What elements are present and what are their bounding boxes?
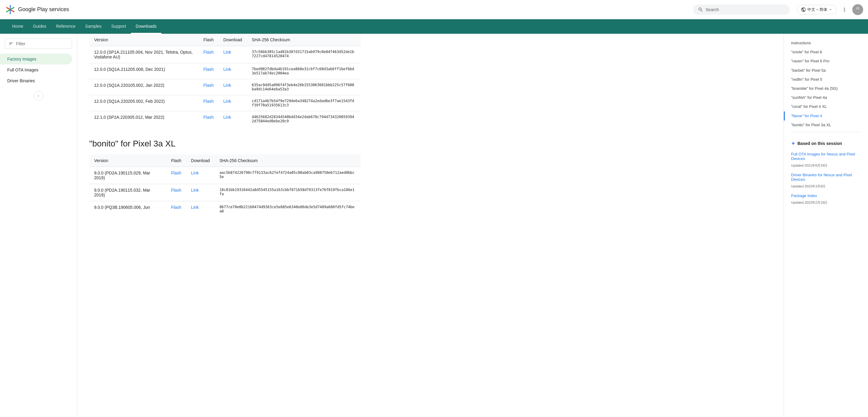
toc-item[interactable]: "bonito" for Pixel 3a XL bbox=[784, 120, 868, 130]
col-flash: Flash bbox=[198, 34, 218, 46]
download-cell[interactable]: Link bbox=[186, 167, 214, 184]
table-row: 9.0.0 (PQ3B.190605.006, Jun Flash Link 8… bbox=[89, 201, 361, 217]
flash-cell[interactable]: Flash bbox=[198, 111, 218, 127]
toc-item[interactable]: "raven" for Pixel 6 Pro bbox=[784, 57, 868, 66]
toc-divider bbox=[791, 132, 861, 132]
sparkle-icon: ✦ bbox=[791, 141, 795, 146]
filter-icon bbox=[9, 41, 13, 46]
flash-cell[interactable]: Flash bbox=[166, 184, 186, 201]
filter-placeholder: Filter bbox=[16, 41, 25, 46]
top-header: Google Play services Search 中文 – 简体 bbox=[0, 0, 868, 19]
nav-reference[interactable]: Reference bbox=[51, 19, 81, 34]
nav-guides[interactable]: Guides bbox=[28, 19, 51, 34]
toc-item[interactable]: "flame" for Pixel 4 bbox=[784, 111, 868, 120]
checksum-cell: 635ac9dd5a096f4f3eb4e26b1553063681bbb225… bbox=[247, 79, 361, 95]
toc-item[interactable]: "barbet" for Pixel 5a bbox=[784, 66, 868, 75]
based-on-section: ✦ Based on this session Full OTA Images … bbox=[784, 137, 868, 211]
flash-cell[interactable]: Flash bbox=[198, 63, 218, 79]
toc-item[interactable]: "redfin" for Pixel 5 bbox=[784, 75, 868, 84]
version-cell: 9.0.0 (PQ3B.190605.006, Jun bbox=[89, 201, 166, 217]
table-row: 9.0.0 (PD2A.190115.029, Mar 2019) Flash … bbox=[89, 167, 361, 184]
nav-downloads[interactable]: Downloads bbox=[131, 19, 161, 34]
header-right: 中文 – 简体 bbox=[797, 4, 863, 15]
download-cell[interactable]: Link bbox=[218, 95, 247, 111]
checksum-cell: 8677ce70e0b22160474d9363ce5e885e6340e86d… bbox=[215, 201, 361, 217]
language-selector[interactable]: 中文 – 简体 bbox=[797, 5, 837, 14]
checksum-cell: 37c56bb385c1ad81b307d31715ab979c0e84f463… bbox=[247, 46, 361, 63]
table-row: 12.0.0 (SQ1A.220105.002, Jan 2022) Flash… bbox=[89, 79, 361, 95]
logo-area: Google Play services bbox=[5, 4, 69, 15]
avatar[interactable] bbox=[852, 4, 863, 15]
toc-item[interactable]: "coral" for Pixel 4 XL bbox=[784, 102, 868, 111]
version-cell: 9.0.0 (PD2A.190115.029, Mar 2019) bbox=[89, 167, 166, 184]
based-on-link[interactable]: Full OTA Images for Nexus and Pixel Devi… bbox=[791, 150, 861, 163]
checksum-cell: 44625682d28344540bdd34e2dab678c794d73432… bbox=[247, 111, 361, 127]
table-row: 12.0.0 (SQ1A.220205.002, Feb 2022) Flash… bbox=[89, 95, 361, 111]
nav-bar: Home Guides Reference Samples Support Do… bbox=[0, 19, 868, 34]
based-on-title: ✦ Based on this session bbox=[791, 141, 861, 146]
version-cell: 12.0.0 (SQ1A.220205.002, Feb 2022) bbox=[89, 95, 198, 111]
logo-text: Google Play services bbox=[18, 6, 69, 13]
version-cell: 12.0.0 (SP1A.211105.004, Nov 2021, Telst… bbox=[89, 46, 198, 63]
search-icon bbox=[698, 7, 703, 12]
table-row: 12.0.0 (SQ1A.211205.008, Dec 2021) Flash… bbox=[89, 63, 361, 79]
left-sidebar: Filter Factory Images Full OTA Images Dr… bbox=[0, 34, 77, 417]
bonito-table: Version Flash Download SHA-256 Checksum … bbox=[89, 154, 361, 217]
flash-cell[interactable]: Flash bbox=[198, 95, 218, 111]
version-cell: 12.0.0 (SQ1A.211205.008, Dec 2021) bbox=[89, 63, 198, 79]
nav-support[interactable]: Support bbox=[106, 19, 131, 34]
globe-icon bbox=[801, 7, 806, 12]
sidebar-item-factory-images[interactable]: Factory Images bbox=[0, 54, 72, 65]
flash-cell[interactable]: Flash bbox=[166, 201, 186, 217]
right-sidebar: instructions"oriole" for Pixel 6"raven" … bbox=[783, 34, 868, 417]
checksum-cell: 18c01bb19316442a8d5545155a163cbbf871b58d… bbox=[215, 184, 361, 201]
download-cell[interactable]: Link bbox=[186, 184, 214, 201]
download-cell[interactable]: Link bbox=[218, 111, 247, 127]
flash-cell[interactable]: Flash bbox=[166, 167, 186, 184]
checksum-cell: aac5b874226790cff9133ac62fef4724a05c00ab… bbox=[215, 167, 361, 184]
chevron-down-icon bbox=[829, 7, 833, 12]
version-cell: 12.1.0 (SP2A.220305.012, Mar 2022) bbox=[89, 111, 198, 127]
nav-home[interactable]: Home bbox=[7, 19, 28, 34]
flame-table: Version Flash Download SHA-256 Checksum … bbox=[89, 34, 361, 127]
bonito-col-download: Download bbox=[186, 154, 214, 167]
toc-item[interactable]: "oriole" for Pixel 6 bbox=[784, 47, 868, 57]
col-version: Version bbox=[89, 34, 198, 46]
version-cell: 12.0.0 (SQ1A.220105.002, Jan 2022) bbox=[89, 79, 198, 95]
content-inner: Version Flash Download SHA-256 Checksum … bbox=[89, 34, 361, 217]
nav-samples[interactable]: Samples bbox=[80, 19, 106, 34]
bonito-col-checksum: SHA-256 Checksum bbox=[215, 154, 361, 167]
based-on-date: Updated 2022年3月8日 bbox=[791, 184, 861, 188]
bonito-section-title: "bonito" for Pixel 3a XL bbox=[89, 137, 361, 148]
checksum-cell: 7bed982fdbda4b191cea868e31cbf7c68d3ab6ff… bbox=[247, 63, 361, 79]
toggle-sidebar-button[interactable]: ‹ bbox=[34, 91, 43, 101]
table-row: 12.1.0 (SP2A.220305.012, Mar 2022) Flash… bbox=[89, 111, 361, 127]
toc-item[interactable]: instructions bbox=[784, 39, 868, 47]
checksum-cell: cd171a4b7b54f9e729de6a348274a2edad6e3f7a… bbox=[247, 95, 361, 111]
toc-item[interactable]: "sunfish" for Pixel 4a bbox=[784, 93, 868, 102]
toc-item[interactable]: "bramble" for Pixel 4a (5G) bbox=[784, 84, 868, 93]
download-cell[interactable]: Link bbox=[218, 63, 247, 79]
filter-input[interactable]: Filter bbox=[5, 39, 72, 49]
based-on-entry: Full OTA Images for Nexus and Pixel Devi… bbox=[791, 150, 861, 168]
download-cell[interactable]: Link bbox=[186, 201, 214, 217]
sidebar-item-full-ota[interactable]: Full OTA Images bbox=[0, 65, 72, 75]
flash-cell[interactable]: Flash bbox=[198, 79, 218, 95]
version-cell: 9.0.0 (PD2A.190115.032, Mar 2019) bbox=[89, 184, 166, 201]
table-row: 9.0.0 (PD2A.190115.032, Mar 2019) Flash … bbox=[89, 184, 361, 201]
lang-label: 中文 – 简体 bbox=[807, 7, 827, 12]
search-bar[interactable]: Search bbox=[693, 4, 789, 15]
sidebar-item-driver-binaries[interactable]: Driver Binaries bbox=[0, 75, 72, 86]
more-options-button[interactable] bbox=[839, 4, 850, 15]
based-on-entry: Package Index Updated 2022年2月18日 bbox=[791, 192, 861, 205]
col-download: Download bbox=[218, 34, 247, 46]
based-on-link[interactable]: Package Index bbox=[791, 192, 861, 200]
download-cell[interactable]: Link bbox=[218, 79, 247, 95]
col-checksum: SHA-256 Checksum bbox=[247, 34, 361, 46]
bonito-col-version: Version bbox=[89, 154, 166, 167]
download-cell[interactable]: Link bbox=[218, 46, 247, 63]
based-on-link[interactable]: Driver Binaries for Nexus and Pixel Devi… bbox=[791, 171, 861, 183]
bonito-col-flash: Flash bbox=[166, 154, 186, 167]
flash-cell[interactable]: Flash bbox=[198, 46, 218, 63]
logo-icon bbox=[5, 4, 16, 15]
